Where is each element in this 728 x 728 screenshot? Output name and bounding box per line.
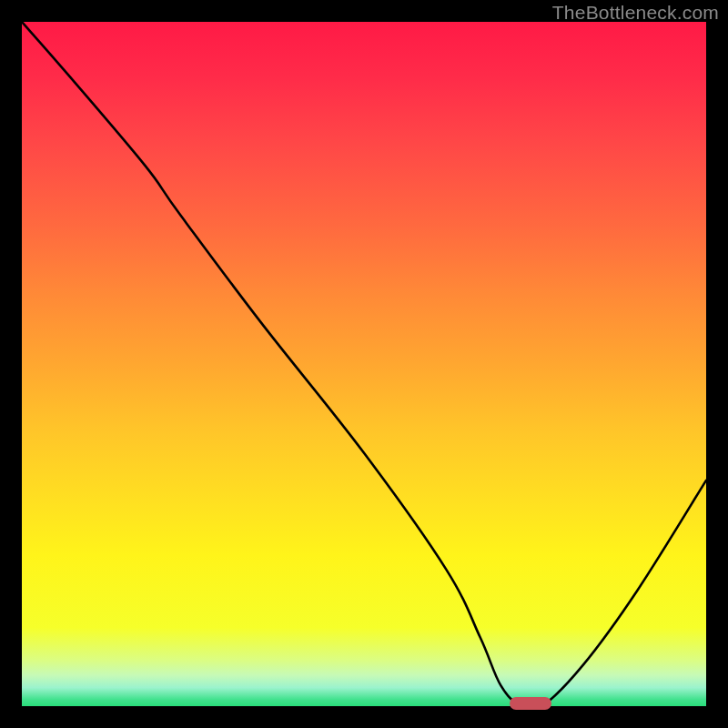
bottleneck-curve bbox=[22, 22, 706, 706]
chart-plot-area bbox=[22, 22, 706, 706]
optimal-range-marker bbox=[510, 697, 551, 710]
watermark-text: TheBottleneck.com bbox=[552, 2, 719, 24]
